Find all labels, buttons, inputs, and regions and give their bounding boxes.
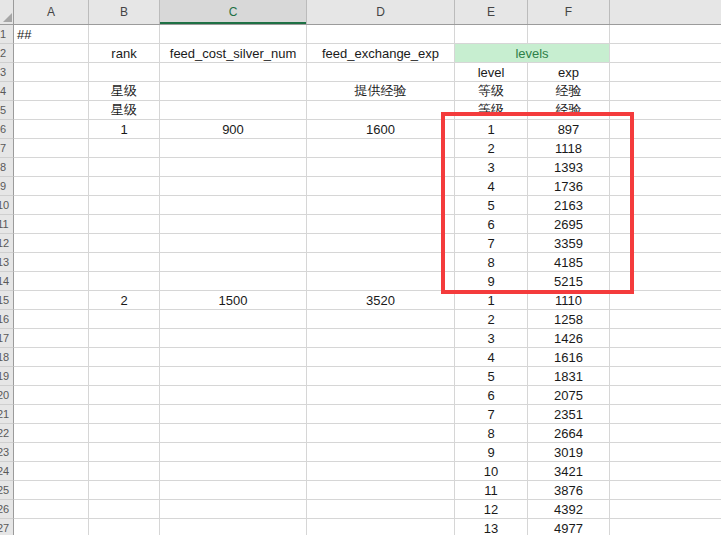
cell-C13[interactable] [160, 253, 307, 272]
cell-E23[interactable]: 9 [455, 443, 528, 462]
cell-A5[interactable] [14, 101, 89, 120]
cell-C16[interactable] [160, 310, 307, 329]
cell-B25[interactable] [89, 481, 160, 500]
cell-C11[interactable] [160, 215, 307, 234]
cell-G21[interactable] [610, 405, 721, 424]
cell-D18[interactable] [307, 348, 455, 367]
cell-A22[interactable] [14, 424, 89, 443]
cell-A23[interactable] [14, 443, 89, 462]
cell-E9[interactable]: 4 [455, 177, 528, 196]
cell-C14[interactable] [160, 272, 307, 291]
cell-A7[interactable] [14, 139, 89, 158]
cell-A25[interactable] [14, 481, 89, 500]
cell-F26[interactable]: 4392 [528, 500, 610, 519]
cell-A17[interactable] [14, 329, 89, 348]
cell-B27[interactable] [89, 519, 160, 535]
cell-F4[interactable]: 经验 [528, 82, 610, 101]
cell-B22[interactable] [89, 424, 160, 443]
select-all-corner[interactable] [0, 0, 14, 24]
cell-A6[interactable] [14, 120, 89, 139]
cell-B19[interactable] [89, 367, 160, 386]
cell-C5[interactable] [160, 101, 307, 120]
cell-D26[interactable] [307, 500, 455, 519]
cell-D3[interactable] [307, 63, 455, 82]
row-header-5[interactable]: 5 [0, 101, 14, 120]
cell-F25[interactable]: 3876 [528, 481, 610, 500]
cell-F3[interactable]: exp [528, 63, 610, 82]
cell-G13[interactable] [610, 253, 721, 272]
cell-B5[interactable]: 星级 [89, 101, 160, 120]
cell-A13[interactable] [14, 253, 89, 272]
cell-D17[interactable] [307, 329, 455, 348]
cell-D10[interactable] [307, 196, 455, 215]
cell-E22[interactable]: 8 [455, 424, 528, 443]
cell-C8[interactable] [160, 158, 307, 177]
column-header-E[interactable]: E [455, 0, 528, 24]
cell-E21[interactable]: 7 [455, 405, 528, 424]
cell-E20[interactable]: 6 [455, 386, 528, 405]
cell-C21[interactable] [160, 405, 307, 424]
cell-B6[interactable]: 1 [89, 120, 160, 139]
cell-B26[interactable] [89, 500, 160, 519]
cell-E2[interactable]: levels [455, 44, 610, 63]
cell-B20[interactable] [89, 386, 160, 405]
cell-B12[interactable] [89, 234, 160, 253]
cell-E25[interactable]: 11 [455, 481, 528, 500]
cell-B21[interactable] [89, 405, 160, 424]
row-header-18[interactable]: 18 [0, 348, 14, 367]
cell-F16[interactable]: 1258 [528, 310, 610, 329]
cell-D22[interactable] [307, 424, 455, 443]
column-header-F[interactable]: F [528, 0, 610, 24]
cell-D14[interactable] [307, 272, 455, 291]
row-header-25[interactable]: 25 [0, 481, 14, 500]
cell-D20[interactable] [307, 386, 455, 405]
cell-G3[interactable] [610, 63, 721, 82]
row-header-19[interactable]: 19 [0, 367, 14, 386]
cell-B13[interactable] [89, 253, 160, 272]
cell-G25[interactable] [610, 481, 721, 500]
cell-A24[interactable] [14, 462, 89, 481]
row-header-1[interactable]: 1 [0, 25, 14, 44]
cell-A20[interactable] [14, 386, 89, 405]
row-header-20[interactable]: 20 [0, 386, 14, 405]
column-header-B[interactable]: B [89, 0, 160, 24]
row-header-13[interactable]: 13 [0, 253, 14, 272]
row-header-4[interactable]: 4 [0, 82, 14, 101]
cell-D9[interactable] [307, 177, 455, 196]
cell-G5[interactable] [610, 101, 721, 120]
cell-F27[interactable]: 4977 [528, 519, 610, 535]
cell-F14[interactable]: 5215 [528, 272, 610, 291]
cell-A15[interactable] [14, 291, 89, 310]
cell-E11[interactable]: 6 [455, 215, 528, 234]
row-header-27[interactable]: 27 [0, 519, 14, 535]
cell-F15[interactable]: 1110 [528, 291, 610, 310]
cell-E5[interactable]: 等级 [455, 101, 528, 120]
cell-A12[interactable] [14, 234, 89, 253]
cell-C23[interactable] [160, 443, 307, 462]
cell-A1[interactable]: ## [14, 25, 89, 44]
cell-E8[interactable]: 3 [455, 158, 528, 177]
cell-C18[interactable] [160, 348, 307, 367]
cell-E1[interactable] [455, 25, 528, 44]
cell-A19[interactable] [14, 367, 89, 386]
cell-G9[interactable] [610, 177, 721, 196]
cell-B1[interactable] [89, 25, 160, 44]
cell-D2[interactable]: feed_exchange_exp [307, 44, 455, 63]
cell-F6[interactable]: 897 [528, 120, 610, 139]
cell-D8[interactable] [307, 158, 455, 177]
cell-A26[interactable] [14, 500, 89, 519]
cell-G26[interactable] [610, 500, 721, 519]
cell-D25[interactable] [307, 481, 455, 500]
cell-C4[interactable] [160, 82, 307, 101]
cell-F12[interactable]: 3359 [528, 234, 610, 253]
cell-C9[interactable] [160, 177, 307, 196]
cell-B8[interactable] [89, 158, 160, 177]
cell-E26[interactable]: 12 [455, 500, 528, 519]
cell-E24[interactable]: 10 [455, 462, 528, 481]
cell-D4[interactable]: 提供经验 [307, 82, 455, 101]
cell-E4[interactable]: 等级 [455, 82, 528, 101]
cell-D7[interactable] [307, 139, 455, 158]
cell-C20[interactable] [160, 386, 307, 405]
cell-G23[interactable] [610, 443, 721, 462]
row-header-23[interactable]: 23 [0, 443, 14, 462]
